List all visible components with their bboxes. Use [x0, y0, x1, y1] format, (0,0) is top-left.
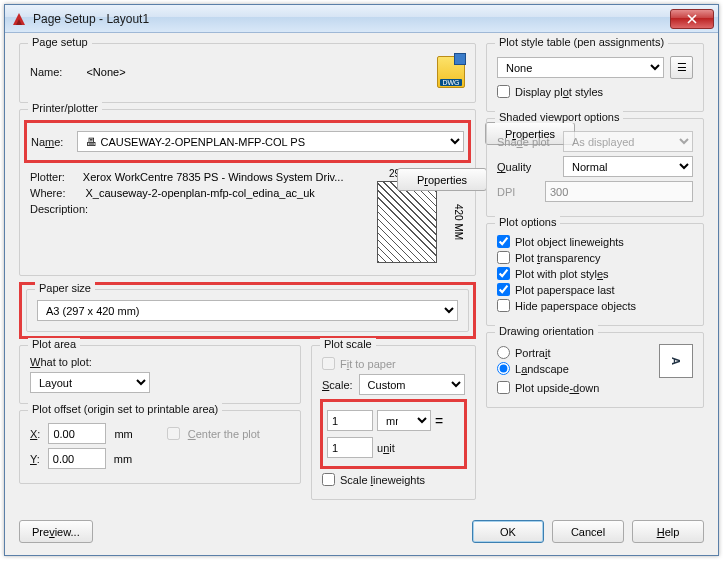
highlight-paper-size: Paper size A3 (297 x 420 mm) — [19, 282, 476, 339]
page-setup-dialog: Page Setup - Layout1 Page setup Name: <N… — [4, 4, 719, 556]
orientation-group: Drawing orientation Portrait Landscape A… — [486, 332, 704, 408]
cancel-button[interactable]: Cancel — [552, 520, 624, 543]
scale-select[interactable]: Custom — [359, 374, 465, 395]
printer-name-select[interactable]: 🖶 CAUSEWAY-2-OPENPLAN-MFP-COL PS — [77, 131, 464, 152]
paper-size-select[interactable]: A3 (297 x 420 mm) — [37, 300, 458, 321]
scale-lineweights-label: Scale lineweights — [340, 474, 425, 486]
ok-button[interactable]: OK — [472, 520, 544, 543]
plot-lineweights-checkbox[interactable] — [497, 235, 510, 248]
quality-label: Quality — [497, 161, 557, 173]
plot-with-styles-checkbox[interactable] — [497, 267, 510, 280]
scale-unit-select[interactable]: mm — [377, 410, 431, 431]
plot-scale-group: Plot scale Fit to paper Scale:Custom mm … — [311, 345, 476, 500]
page-setup-group-title: Page setup — [28, 36, 92, 48]
shade-plot-label: Shade plot — [497, 136, 557, 148]
highlight-printer-name: Name: 🖶 CAUSEWAY-2-OPENPLAN-MFP-COL PS — [24, 120, 471, 163]
orientation-preview-icon: A — [659, 344, 693, 378]
shaded-viewport-group: Shaded viewport options Shade plotAs dis… — [486, 118, 704, 217]
preview-button[interactable]: Preview... — [19, 520, 93, 543]
display-plot-styles-checkbox[interactable] — [497, 85, 510, 98]
center-plot-checkbox — [167, 427, 180, 440]
center-plot-label: Center the plot — [188, 428, 260, 440]
printer-name-label: Name: — [31, 136, 63, 148]
shaded-viewport-group-title: Shaded viewport options — [495, 111, 623, 123]
dpi-label: DPI — [497, 186, 539, 198]
offset-y-unit: mm — [114, 453, 132, 465]
what-to-plot-label: What to plot: — [30, 356, 290, 368]
scale-label: Scale: — [322, 379, 353, 391]
plot-scale-group-title: Plot scale — [320, 338, 376, 350]
offset-y-label: Y: — [30, 453, 40, 465]
shade-plot-select: As displayed — [563, 131, 693, 152]
scale-top-input[interactable] — [327, 410, 373, 431]
upside-down-label: Plot upside-down — [515, 382, 599, 394]
hide-paperspace-label: Hide paperspace objects — [515, 300, 636, 312]
paper-preview: 297 MM 420 MM — [377, 181, 437, 263]
page-setup-name-value: <None> — [86, 66, 125, 78]
paper-preview-height: 420 MM — [453, 204, 464, 240]
close-icon — [687, 14, 697, 24]
plot-options-group-title: Plot options — [495, 216, 560, 228]
plot-transparency-label: Plot transparency — [515, 252, 601, 264]
highlight-scale-units: mm = unit — [320, 399, 467, 469]
dialog-footer: Preview... OK Cancel Help — [5, 512, 718, 555]
plotter-label: Plotter: — [30, 171, 65, 183]
plot-transparency-checkbox[interactable] — [497, 251, 510, 264]
landscape-radio[interactable] — [497, 362, 510, 375]
list-icon: ☰ — [677, 61, 687, 74]
offset-y-input[interactable] — [48, 448, 106, 469]
plot-area-group: Plot area What to plot: Layout — [19, 345, 301, 404]
help-button[interactable]: Help — [632, 520, 704, 543]
plot-style-select[interactable]: None — [497, 57, 664, 78]
plot-options-group: Plot options Plot object lineweights Plo… — [486, 223, 704, 326]
page-setup-group: Page setup Name: <None> DWG — [19, 43, 476, 103]
plot-lineweights-label: Plot object lineweights — [515, 236, 624, 248]
fit-to-paper-label: Fit to paper — [340, 358, 396, 370]
dwg-icon[interactable]: DWG — [437, 56, 465, 88]
where-label: Where: — [30, 187, 65, 199]
paper-size-group: Paper size A3 (297 x 420 mm) — [26, 289, 469, 332]
landscape-label: Landscape — [515, 363, 569, 375]
scale-bottom-unit-label: unit — [377, 442, 395, 454]
fit-to-paper-checkbox — [322, 357, 335, 370]
what-to-plot-select[interactable]: Layout — [30, 372, 150, 393]
quality-select[interactable]: Normal — [563, 156, 693, 177]
app-icon — [11, 11, 27, 27]
plot-paperspace-last-checkbox[interactable] — [497, 283, 510, 296]
paper-size-group-title: Paper size — [35, 282, 95, 294]
printer-group-title: Printer/plotter — [28, 102, 102, 114]
close-button[interactable] — [670, 9, 714, 29]
offset-x-label: X: — [30, 428, 40, 440]
plot-style-group-title: Plot style table (pen assignments) — [495, 36, 668, 48]
portrait-radio[interactable] — [497, 346, 510, 359]
hide-paperspace-checkbox[interactable] — [497, 299, 510, 312]
equals-icon: = — [435, 413, 443, 429]
plot-style-edit-button[interactable]: ☰ — [670, 56, 693, 79]
titlebar: Page Setup - Layout1 — [5, 5, 718, 33]
plot-with-styles-label: Plot with plot styles — [515, 268, 609, 280]
plot-offset-group: Plot offset (origin set to printable are… — [19, 410, 301, 484]
printer-group: Printer/plotter Name: 🖶 CAUSEWAY-2-OPENP… — [19, 109, 476, 276]
scale-lineweights-checkbox[interactable] — [322, 473, 335, 486]
description-label: Description: — [30, 203, 88, 215]
plot-area-group-title: Plot area — [28, 338, 80, 350]
plot-paperspace-last-label: Plot paperspace last — [515, 284, 615, 296]
plotter-value: Xerox WorkCentre 7835 PS - Windows Syste… — [83, 171, 344, 183]
plot-style-group: Plot style table (pen assignments) None … — [486, 43, 704, 112]
properties-button-visible[interactable]: Properties — [397, 168, 487, 191]
portrait-label: Portrait — [515, 347, 550, 359]
scale-bottom-input[interactable] — [327, 437, 373, 458]
page-setup-name-label: Name: — [30, 66, 62, 78]
offset-x-input[interactable] — [48, 423, 106, 444]
display-plot-styles-label: Display plot styles — [515, 86, 603, 98]
window-title: Page Setup - Layout1 — [33, 12, 670, 26]
where-value: X_causeway-2-openplan-mfp-col_edina_ac_u… — [85, 187, 314, 199]
plot-offset-group-title: Plot offset (origin set to printable are… — [28, 403, 222, 415]
orientation-group-title: Drawing orientation — [495, 325, 598, 337]
dpi-input — [545, 181, 693, 202]
offset-x-unit: mm — [114, 428, 132, 440]
upside-down-checkbox[interactable] — [497, 381, 510, 394]
